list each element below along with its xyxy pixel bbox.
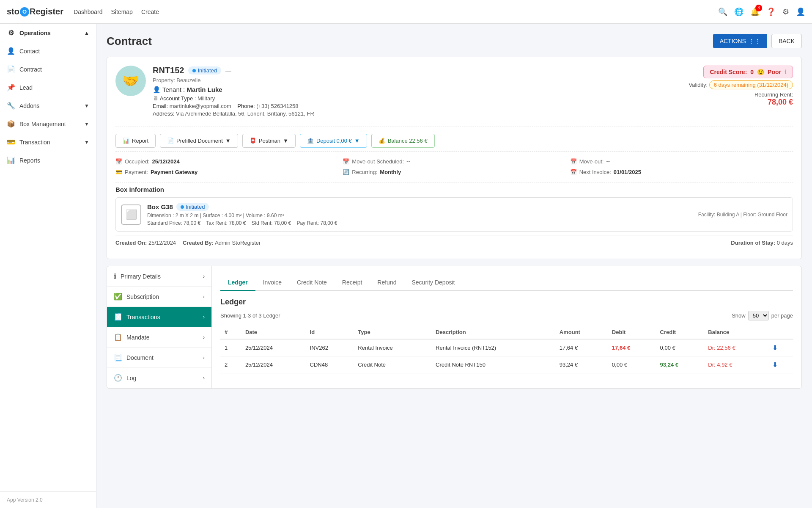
sidebar-item-box-management[interactable]: 📦 Box Management ▼	[0, 115, 96, 133]
phone-value: (+33) 526341258	[256, 103, 298, 109]
prefilled-doc-icon: 📄	[167, 138, 174, 144]
box-management-icon: 📦	[7, 120, 15, 128]
actions-button[interactable]: ACTIONS ⋮⋮	[713, 34, 767, 48]
bottom-section: ℹ Primary Details › ✅ Subscription › 🧾 T…	[107, 266, 802, 389]
sidebar-item-contract[interactable]: 📄 Contract	[0, 60, 96, 78]
user-icon[interactable]: 👤	[796, 7, 805, 17]
tab-refund[interactable]: Refund	[370, 275, 404, 291]
report-label: Report	[132, 138, 148, 144]
sidebar-item-lead[interactable]: 📌 Lead	[0, 78, 96, 97]
tax-rent-label: Tax Rent:	[206, 220, 228, 226]
download-icon[interactable]: ⬇	[772, 361, 778, 368]
nav-sitemap[interactable]: Sitemap	[111, 8, 133, 15]
cell-description: Rental Invoice (RNT152)	[431, 339, 555, 356]
sidebar-item-addons[interactable]: 🔧 Addons ▼	[0, 97, 96, 115]
created-info: Created On: 25/12/2024 Created By: Admin…	[115, 240, 261, 246]
col-num: #	[220, 326, 241, 339]
back-button[interactable]: BACK	[771, 34, 802, 48]
table-head: # Date Id Type Description Amount Debit …	[220, 326, 793, 339]
tab-security-deposit[interactable]: Security Deposit	[404, 275, 462, 291]
per-page-label: per page	[771, 312, 793, 319]
box-status-label: Initiated	[186, 204, 205, 210]
recurring-cell: 🔄 Recurring: Monthly	[343, 169, 565, 175]
cell-download[interactable]: ⬇	[768, 356, 793, 373]
moveout-label: Move-out:	[579, 158, 604, 165]
left-menu-subscription[interactable]: ✅ Subscription ›	[107, 287, 211, 307]
payment-icon: 💳	[115, 169, 122, 175]
deposit-button[interactable]: 🏦 Deposit 0,00 € ▼	[300, 134, 367, 148]
log-arrow: ›	[203, 375, 205, 381]
sidebar-item-transaction[interactable]: 💳 Transaction ▼	[0, 133, 96, 151]
logo[interactable]: stoORegister	[7, 7, 63, 17]
help-icon[interactable]: ❓	[766, 7, 776, 17]
log-label: Log	[126, 375, 136, 381]
cell-balance: Dr: 4,92 €	[704, 356, 768, 373]
transaction-icon: 💳	[7, 138, 15, 146]
tab-ledger[interactable]: Ledger	[220, 275, 255, 291]
credit-score-label: Credit Score:	[710, 69, 747, 75]
mandate-icon: 📋	[114, 333, 122, 341]
ledger-table: # Date Id Type Description Amount Debit …	[220, 326, 793, 373]
addons-arrow: ▼	[84, 103, 89, 109]
sidebar-item-label: Transaction	[19, 139, 50, 146]
left-menu-mandate[interactable]: 📋 Mandate ›	[107, 327, 211, 348]
box-status-badge: Initiated	[176, 203, 209, 211]
show-select[interactable]: 50	[748, 311, 769, 320]
postman-button[interactable]: 📮 Postman ▼	[242, 134, 296, 148]
show-label: Show	[732, 312, 746, 319]
report-button[interactable]: 📊 Report	[115, 134, 156, 148]
cell-credit: 0,00 €	[656, 339, 704, 356]
box-info: Box G38 Initiated Dimension : 2 m X 2 m …	[147, 203, 692, 226]
settings-icon[interactable]: ⚙	[782, 7, 789, 17]
table-row: 1 25/12/2024 INV262 Rental Invoice Renta…	[220, 339, 793, 356]
deposit-arrow: ▼	[354, 138, 360, 144]
cell-amount: 17,64 €	[555, 339, 608, 356]
tenant-icon: 👤	[153, 86, 161, 93]
notification-icon[interactable]: 🔔 3	[750, 7, 760, 17]
left-menu-primary-details[interactable]: ℹ Primary Details ›	[107, 266, 211, 287]
balance-button[interactable]: 💰 Balance 22,56 €	[371, 134, 435, 148]
search-icon[interactable]: 🔍	[718, 7, 727, 17]
status-dot	[192, 69, 196, 72]
sidebar-item-label: Contact	[19, 48, 40, 55]
sidebar-item-operations[interactable]: ⚙ Operations ▲	[0, 24, 96, 42]
validity-label: Validity:	[689, 82, 708, 88]
right-panel: Ledger Invoice Credit Note Receipt Refun…	[212, 266, 801, 388]
tab-receipt[interactable]: Receipt	[335, 275, 370, 291]
left-menu-log[interactable]: 🕐 Log ›	[107, 368, 211, 388]
box-status-dot	[181, 205, 184, 209]
postman-icon: 📮	[250, 138, 256, 144]
box-management-arrow: ▼	[84, 121, 89, 127]
col-amount: Amount	[555, 326, 608, 339]
std-price-value: 78,00 €	[184, 220, 200, 226]
sidebar-item-contact[interactable]: 👤 Contact	[0, 42, 96, 60]
tab-invoice[interactable]: Invoice	[255, 275, 289, 291]
validity-value: 6 days remaining (31/12/2024)	[709, 80, 793, 89]
credit-info-icon[interactable]: ℹ	[785, 69, 787, 75]
addons-icon: 🔧	[7, 102, 15, 110]
recurring-rent-value: 78,00 €	[754, 98, 793, 107]
tab-credit-note[interactable]: Credit Note	[289, 275, 335, 291]
prefilled-document-button[interactable]: 📄 Prefilled Document ▼	[160, 134, 238, 148]
logo-o: O	[20, 7, 29, 17]
left-menu-document[interactable]: 📃 Document ›	[107, 348, 211, 368]
cell-type: Credit Note	[354, 356, 431, 373]
download-icon[interactable]: ⬇	[772, 344, 778, 351]
account-type-icon: 🖥	[153, 95, 158, 102]
recurring-icon: 🔄	[343, 169, 349, 175]
left-menu-transactions[interactable]: 🧾 Transactions ›	[107, 307, 211, 327]
actions-grid-icon: ⋮⋮	[749, 38, 760, 44]
sidebar-item-reports[interactable]: 📊 Reports	[0, 151, 96, 169]
nav-dashboard[interactable]: Dashboard	[74, 8, 103, 15]
subscription-icon: ✅	[114, 293, 122, 301]
cell-download[interactable]: ⬇	[768, 339, 793, 356]
transaction-arrow: ▼	[84, 139, 89, 145]
globe-icon[interactable]: 🌐	[734, 7, 743, 17]
address-value: Via Archimede Bellatalla, 56, Lorient, B…	[176, 110, 314, 117]
action-btn-row: 📊 Report 📄 Prefilled Document ▼ 📮 Postma…	[115, 127, 793, 148]
subscription-arrow: ›	[203, 294, 205, 300]
ledger-title: Ledger	[220, 298, 793, 306]
top-nav: stoORegister Dashboard Sitemap Create 🔍 …	[0, 0, 812, 24]
created-on-value: 25/12/2024	[148, 240, 176, 246]
nav-create[interactable]: Create	[141, 8, 159, 15]
